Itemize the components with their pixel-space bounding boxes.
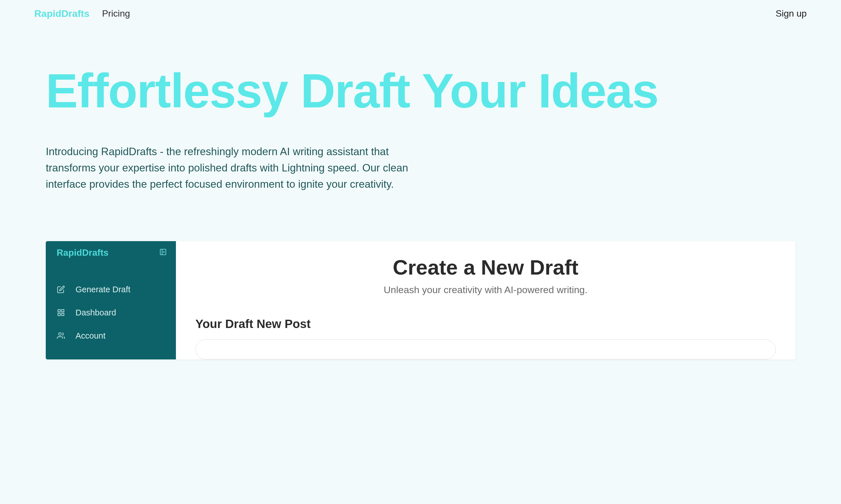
sidebar-logo: RapidDrafts (57, 248, 108, 258)
demo-title: Create a New Draft (195, 255, 776, 279)
draft-title-input[interactable] (195, 339, 776, 359)
sidebar-collapse-icon[interactable] (159, 248, 167, 257)
hero-section: Effortlessy Draft Your Ideas Introducing… (0, 27, 841, 193)
sidebar-header: RapidDrafts (46, 248, 176, 260)
hero-title: Effortlessy Draft Your Ideas (46, 58, 795, 123)
svg-rect-2 (58, 310, 61, 312)
sidebar-item-account[interactable]: Account (46, 324, 176, 347)
demo-sidebar: RapidDrafts Generate Draft (46, 241, 176, 359)
users-icon (57, 331, 65, 340)
dashboard-icon (57, 308, 65, 317)
svg-rect-3 (62, 310, 64, 312)
sidebar-item-label: Account (75, 331, 106, 341)
logo[interactable]: RapidDrafts (34, 8, 89, 19)
hero-description: Introducing RapidDrafts - the refreshing… (46, 143, 412, 193)
header: RapidDrafts Pricing Sign up (0, 0, 841, 27)
demo-screenshot: RapidDrafts Generate Draft (46, 241, 795, 359)
nav-pricing[interactable]: Pricing (102, 8, 130, 19)
sidebar-item-label: Dashboard (75, 308, 116, 318)
signup-button[interactable]: Sign up (775, 8, 807, 19)
demo-section-title: Your Draft New Post (195, 317, 776, 331)
svg-rect-4 (62, 313, 64, 316)
demo-main: Create a New Draft Unleash your creativi… (176, 241, 795, 359)
demo-subtitle: Unleash your creativity with AI-powered … (195, 284, 776, 295)
sidebar-item-generate-draft[interactable]: Generate Draft (46, 278, 176, 301)
header-left: RapidDrafts Pricing (34, 8, 130, 19)
sidebar-nav: Generate Draft Dashboard (46, 260, 176, 347)
sidebar-item-label: Generate Draft (75, 285, 131, 294)
svg-point-6 (59, 333, 61, 336)
edit-icon (57, 285, 65, 294)
svg-rect-5 (58, 313, 61, 316)
sidebar-item-dashboard[interactable]: Dashboard (46, 301, 176, 324)
